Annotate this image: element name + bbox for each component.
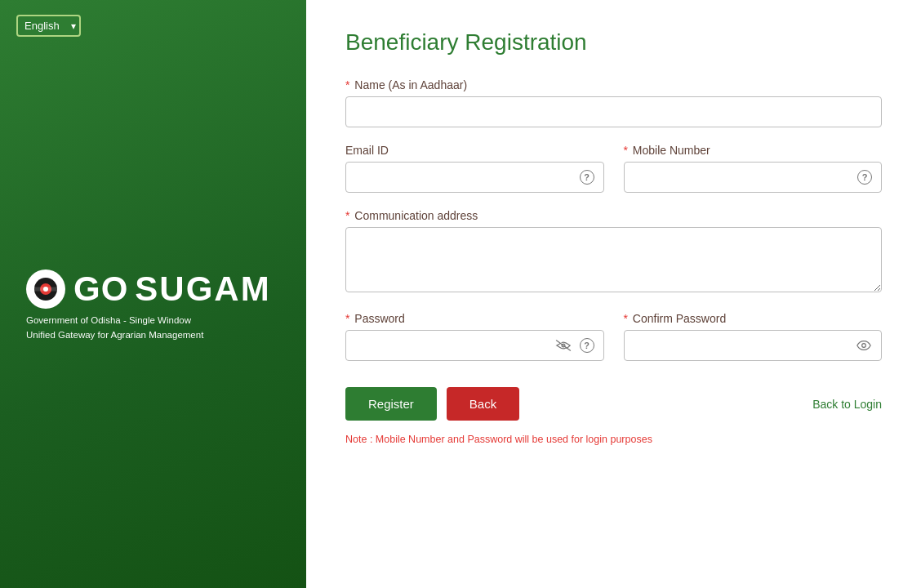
password-input-wrap: ? [345, 330, 604, 361]
address-label: * Communication address [345, 209, 882, 222]
logo-sugam: SUGAM [135, 270, 270, 309]
email-icon-area: ? [580, 170, 594, 185]
mobile-input-wrap: ? [624, 162, 883, 193]
name-label: * Name (As in Aadhaar) [345, 78, 882, 91]
logo-icon [24, 268, 67, 310]
page-title: Beneficiary Registration [345, 29, 882, 56]
mobile-input[interactable] [624, 162, 883, 193]
confirm-password-required-star: * [624, 312, 628, 325]
mobile-help-icon[interactable]: ? [857, 170, 872, 185]
confirm-password-input[interactable] [624, 330, 883, 361]
confirm-password-eye-toggle[interactable] [856, 340, 872, 351]
language-select[interactable]: English Odia [16, 15, 81, 37]
confirm-password-label: * Confirm Password [624, 312, 883, 325]
email-help-icon[interactable]: ? [580, 170, 594, 185]
confirm-password-input-wrap [624, 330, 883, 361]
svg-point-6 [862, 344, 866, 348]
name-input[interactable] [345, 96, 882, 127]
address-input[interactable] [345, 227, 882, 292]
eye-icon [856, 340, 872, 351]
logo-subtitle: Government of Odisha - Single Window Uni… [24, 314, 203, 342]
email-input-wrap: ? [345, 162, 604, 193]
email-input[interactable] [345, 162, 604, 193]
language-selector-wrap[interactable]: English Odia [16, 15, 81, 37]
email-label: Email ID [345, 144, 604, 157]
confirm-password-icon-area [856, 340, 872, 351]
logo-area: GO SUGAM Government of Odisha - Single W… [16, 268, 271, 342]
name-required-star: * [345, 78, 349, 91]
buttons-row: Register Back Back to Login [345, 387, 882, 421]
right-panel: Beneficiary Registration * Name (As in A… [306, 0, 921, 588]
svg-rect-4 [33, 287, 59, 292]
password-row: * Password ? * [345, 312, 882, 377]
back-button[interactable]: Back [447, 387, 519, 421]
password-label: * Password [345, 312, 604, 325]
email-mobile-row: Email ID ? * Mobile Number ? [345, 144, 882, 209]
address-field-group: * Communication address [345, 209, 882, 296]
mobile-required-star: * [624, 144, 628, 157]
address-required-star: * [345, 209, 349, 222]
password-field-group: * Password ? [345, 312, 604, 361]
password-icon-area: ? [555, 338, 594, 353]
mobile-icon-area: ? [857, 170, 872, 185]
password-help-icon[interactable]: ? [580, 338, 594, 353]
back-to-login-link[interactable]: Back to Login [812, 398, 882, 411]
logo-go: GO [73, 270, 128, 309]
password-eye-toggle[interactable] [555, 340, 572, 351]
mobile-field-group: * Mobile Number ? [624, 144, 883, 193]
logo-row: GO SUGAM [24, 268, 271, 310]
note-text: Note : Mobile Number and Password will b… [345, 434, 882, 445]
name-field-group: * Name (As in Aadhaar) [345, 78, 882, 127]
confirm-password-field-group: * Confirm Password [624, 312, 883, 361]
left-panel: English Odia GO SUGAM Government of Odis… [0, 0, 306, 588]
mobile-label: * Mobile Number [624, 144, 883, 157]
register-button[interactable]: Register [345, 387, 437, 421]
eye-slash-icon [555, 340, 572, 351]
email-field-group: Email ID ? [345, 144, 604, 193]
password-required-star: * [345, 312, 349, 325]
